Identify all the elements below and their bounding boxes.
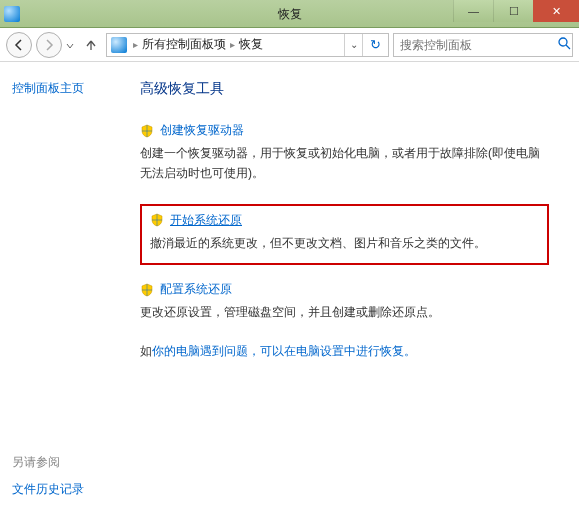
nav-bar: ▸ 所有控制面板项 ▸ 恢复 ⌄ ↻ (0, 28, 579, 62)
sidebar: 控制面板主页 另请参阅 文件历史记录 (0, 62, 140, 522)
minimize-button[interactable]: — (453, 0, 493, 22)
body: 控制面板主页 另请参阅 文件历史记录 高级恢复工具 创建恢复驱动器 创建一个恢复… (0, 62, 579, 522)
forward-button[interactable] (36, 32, 62, 58)
arrow-up-icon (84, 38, 98, 52)
see-also-label: 另请参阅 (12, 454, 84, 471)
tool-configure-system-restore: 配置系统还原 更改还原设置，管理磁盘空间，并且创建或删除还原点。 (140, 281, 549, 322)
note-text: 你的电脑遇到问题，可以在电脑设置中进行恢复。 (152, 344, 416, 358)
shield-icon (150, 213, 164, 227)
tool-create-recovery-drive: 创建恢复驱动器 创建一个恢复驱动器，用于恢复或初始化电脑，或者用于故障排除(即使… (140, 122, 549, 184)
arrow-right-icon (43, 39, 55, 51)
search-input[interactable] (394, 38, 556, 52)
search-button[interactable] (556, 37, 572, 53)
title-bar: 恢复 — ☐ ✕ (0, 0, 579, 28)
breadcrumb-sep: ▸ (131, 39, 140, 50)
app-icon (4, 6, 20, 22)
create-recovery-drive-desc: 创建一个恢复驱动器，用于恢复或初始化电脑，或者用于故障排除(即使电脑无法启动时也… (140, 143, 549, 184)
arrow-left-icon (13, 39, 25, 51)
window-controls: — ☐ ✕ (453, 0, 579, 27)
search-icon (558, 37, 571, 50)
highlighted-item: 开始系统还原 撤消最近的系统更改，但不更改文档、图片和音乐之类的文件。 (140, 204, 549, 265)
breadcrumb-current[interactable]: 恢复 (237, 34, 265, 55)
close-button[interactable]: ✕ (533, 0, 579, 22)
start-system-restore-desc: 撤消最近的系统更改，但不更改文档、图片和音乐之类的文件。 (150, 233, 539, 253)
configure-system-restore-link[interactable]: 配置系统还原 (160, 281, 232, 298)
note-prefix: 如 (140, 344, 152, 358)
start-system-restore-link[interactable]: 开始系统还原 (170, 212, 242, 229)
shield-icon (140, 283, 154, 297)
chevron-down-icon (66, 42, 74, 50)
search-box (393, 33, 573, 57)
breadcrumb-root[interactable]: 所有控制面板项 (140, 34, 228, 55)
location-icon (111, 37, 127, 53)
svg-line-1 (566, 45, 570, 49)
pc-settings-recovery-link[interactable]: 如你的电脑遇到问题，可以在电脑设置中进行恢复。 (140, 343, 549, 360)
page-heading: 高级恢复工具 (140, 80, 549, 98)
up-button[interactable] (80, 34, 102, 56)
back-button[interactable] (6, 32, 32, 58)
create-recovery-drive-link[interactable]: 创建恢复驱动器 (160, 122, 244, 139)
address-bar[interactable]: ▸ 所有控制面板项 ▸ 恢复 ⌄ ↻ (106, 33, 389, 57)
maximize-button[interactable]: ☐ (493, 0, 533, 22)
history-dropdown[interactable] (66, 36, 76, 54)
configure-system-restore-desc: 更改还原设置，管理磁盘空间，并且创建或删除还原点。 (140, 302, 549, 322)
control-panel-home-link[interactable]: 控制面板主页 (12, 80, 128, 97)
file-history-link[interactable]: 文件历史记录 (12, 481, 84, 498)
content: 高级恢复工具 创建恢复驱动器 创建一个恢复驱动器，用于恢复或初始化电脑，或者用于… (140, 62, 579, 522)
breadcrumb-sep: ▸ (228, 39, 237, 50)
refresh-button[interactable]: ↻ (362, 34, 388, 56)
address-dropdown[interactable]: ⌄ (344, 34, 362, 56)
shield-icon (140, 124, 154, 138)
svg-point-0 (559, 38, 567, 46)
